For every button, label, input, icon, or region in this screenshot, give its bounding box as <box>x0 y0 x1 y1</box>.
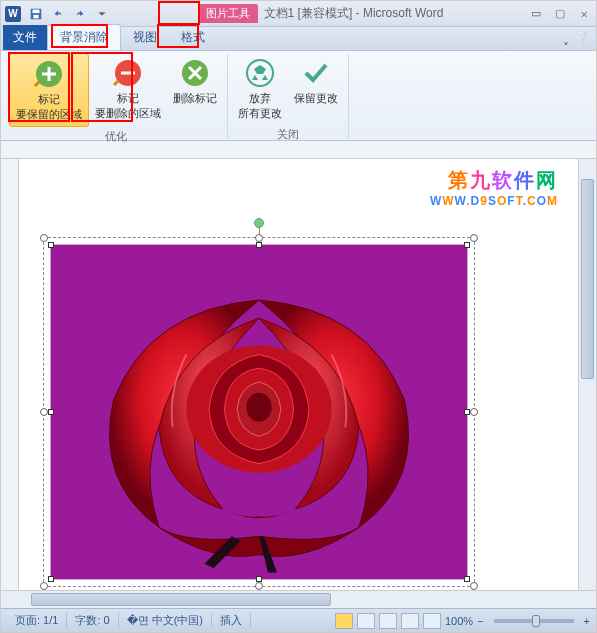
crop-handle[interactable] <box>464 576 470 582</box>
delete-circle-icon <box>179 57 211 89</box>
minus-circle-icon <box>112 57 144 89</box>
crop-handle[interactable] <box>256 242 262 248</box>
zoom-level[interactable]: 100% <box>445 615 473 627</box>
crop-handle[interactable] <box>256 576 262 582</box>
vertical-scrollbar[interactable] <box>578 159 596 590</box>
checkmark-icon <box>300 57 332 89</box>
resize-handle[interactable] <box>40 408 48 416</box>
watermark: 第九软件网 WWW.D9SOFT.COM <box>430 167 558 208</box>
resize-handle[interactable] <box>470 408 478 416</box>
label-line1: 放弃 <box>249 91 271 106</box>
mark-keep-button[interactable]: 标记 要保留的区域 <box>9 53 89 127</box>
redo-button[interactable] <box>70 4 90 24</box>
minimize-button[interactable]: ▭ <box>528 6 544 22</box>
label-line2: 要删除的区域 <box>95 106 161 121</box>
ribbon: 标记 要保留的区域 标记 要删除的区域 删除标记 优化 <box>1 51 596 141</box>
qat-dropdown[interactable] <box>92 4 112 24</box>
selected-image[interactable] <box>43 237 475 587</box>
label-line1: 标记 <box>38 92 60 107</box>
mark-remove-button[interactable]: 标记 要删除的区域 <box>89 53 167 127</box>
view-fullscreen[interactable] <box>357 613 375 629</box>
zoom-slider-thumb[interactable] <box>532 615 540 627</box>
zoom-slider[interactable] <box>494 619 574 623</box>
crop-marquee[interactable] <box>50 244 468 580</box>
watermark-url: WWW.D9SOFT.COM <box>430 194 558 208</box>
crop-handle[interactable] <box>464 409 470 415</box>
crop-handle[interactable] <box>48 242 54 248</box>
scrollbar-thumb[interactable] <box>31 593 331 606</box>
rotation-handle[interactable] <box>254 218 264 228</box>
resize-handle[interactable] <box>40 234 48 242</box>
tab-background-remove[interactable]: 背景消除 <box>47 24 121 50</box>
tab-file[interactable]: 文件 <box>3 25 47 50</box>
status-word-count[interactable]: 字数: 0 <box>67 613 118 628</box>
ribbon-group-close: 放弃 所有更改 保留更改 关闭 <box>228 53 349 138</box>
label-line1: 标记 <box>117 91 139 106</box>
recycle-icon <box>244 57 276 89</box>
picture-tools-contextual-tab: 图片工具 <box>198 4 258 23</box>
status-insert-mode[interactable]: 插入 <box>212 613 251 628</box>
save-button[interactable] <box>26 4 46 24</box>
status-language[interactable]: �면 中文(中国) <box>119 613 212 628</box>
zoom-out-button[interactable]: − <box>477 615 483 627</box>
view-print-layout[interactable] <box>335 613 353 629</box>
horizontal-scrollbar[interactable] <box>1 590 596 608</box>
resize-handle[interactable] <box>255 582 263 590</box>
document-area[interactable]: 第九软件网 WWW.D9SOFT.COM <box>19 159 578 590</box>
crop-handle[interactable] <box>464 242 470 248</box>
word-app-icon[interactable]: W <box>5 6 21 22</box>
view-outline[interactable] <box>401 613 419 629</box>
resize-handle[interactable] <box>470 582 478 590</box>
label-line2: 要保留的区域 <box>16 107 82 122</box>
svg-rect-2 <box>33 14 38 18</box>
label: 保留更改 <box>294 91 338 106</box>
tab-view[interactable]: 视图 <box>121 25 169 50</box>
tab-format[interactable]: 格式 <box>169 25 217 50</box>
svg-rect-1 <box>33 9 40 13</box>
resize-handle[interactable] <box>470 234 478 242</box>
crop-handle[interactable] <box>48 576 54 582</box>
statusbar: 页面: 1/1 字数: 0 �면 中文(中国) 插入 100% − + <box>1 608 596 632</box>
keep-changes-button[interactable]: 保留更改 <box>288 53 344 125</box>
maximize-button[interactable]: ▢ <box>552 6 568 22</box>
view-web[interactable] <box>379 613 397 629</box>
zoom-in-button[interactable]: + <box>584 615 590 627</box>
ribbon-tabs: 文件 背景消除 视图 格式 ˬ ❔ <box>1 27 596 51</box>
ribbon-group-refine: 标记 要保留的区域 标记 要删除的区域 删除标记 优化 <box>5 53 228 138</box>
crop-handle[interactable] <box>48 409 54 415</box>
undo-button[interactable] <box>48 4 68 24</box>
vertical-ruler[interactable] <box>1 159 19 590</box>
ribbon-minimize-icon[interactable]: ˬ <box>563 31 569 45</box>
close-button[interactable]: ⨉ <box>576 6 592 22</box>
resize-handle[interactable] <box>40 582 48 590</box>
scrollbar-thumb[interactable] <box>581 179 594 379</box>
label-line2: 所有更改 <box>238 106 282 121</box>
document-title: 文档1 [兼容模式] - Microsoft Word <box>264 5 444 22</box>
discard-changes-button[interactable]: 放弃 所有更改 <box>232 53 288 125</box>
resize-handle[interactable] <box>255 234 263 242</box>
view-draft[interactable] <box>423 613 441 629</box>
group-label-refine: 优化 <box>105 127 127 146</box>
label: 删除标记 <box>173 91 217 106</box>
delete-mark-button[interactable]: 删除标记 <box>167 53 223 127</box>
plus-circle-icon <box>33 58 65 90</box>
status-page[interactable]: 页面: 1/1 <box>7 613 67 628</box>
help-icon[interactable]: ❔ <box>575 31 590 45</box>
group-label-close: 关闭 <box>277 125 299 144</box>
watermark-cn: 第九软件网 <box>430 167 558 194</box>
